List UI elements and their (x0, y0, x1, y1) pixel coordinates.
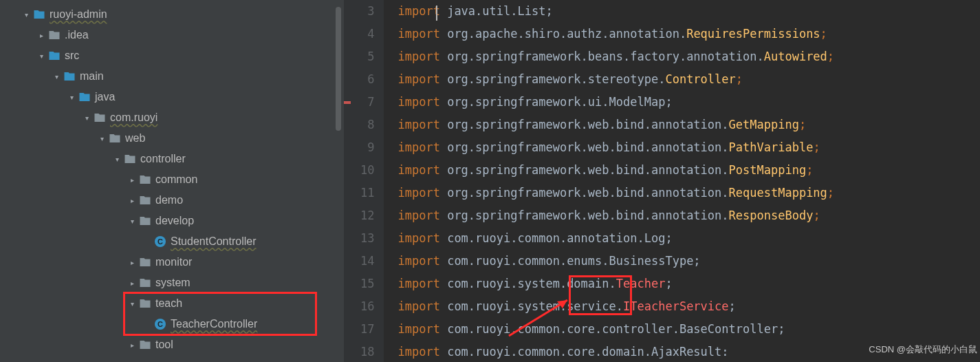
tree-folder[interactable]: ▸common (0, 169, 344, 190)
code-line[interactable]: import com.ruoyi.common.enums.BusinessTy… (398, 250, 834, 273)
code-line[interactable]: import org.springframework.web.bind.anno… (398, 136, 834, 159)
line-number: 7 (360, 91, 374, 114)
chevron-down-icon[interactable]: ▾ (21, 11, 32, 19)
token: Autowired (764, 50, 827, 63)
line-number: 13 (360, 227, 374, 250)
folder-icon (139, 215, 151, 227)
token: ResponseBody (729, 209, 814, 222)
code-line[interactable]: import org.springframework.web.bind.anno… (398, 182, 834, 204)
tree-folder[interactable]: ▾develop (0, 211, 344, 231)
scrollbar[interactable] (336, 7, 341, 131)
tree-label: web (125, 132, 145, 145)
token: ; (806, 163, 813, 177)
tree-folder[interactable]: ▾ruoyi-admin (0, 4, 344, 25)
token: import (398, 277, 439, 290)
chevron-down-icon[interactable]: ▾ (111, 156, 122, 163)
code-line[interactable]: import org.springframework.web.bind.anno… (398, 159, 834, 182)
line-number: 3 (360, 0, 374, 23)
code-line[interactable]: import com.ruoyi.system.domain.Teacher; (398, 273, 834, 295)
token: org.springframework.web.bind.annotation. (440, 163, 729, 177)
token: GetMapping (729, 118, 799, 131)
tree-folder[interactable]: ▾main (0, 66, 344, 87)
code-line[interactable]: import org.springframework.stereotype.Co… (398, 68, 834, 91)
token: import (398, 50, 439, 63)
token: com.ruoyi.system.domain. (440, 277, 616, 290)
class-icon: C (154, 235, 166, 248)
tree-label: tool (155, 339, 173, 351)
token: org.springframework.web.bind.annotation. (440, 209, 729, 222)
token: com.ruoyi.common.core.controller.BaseCon… (440, 322, 785, 336)
chevron-down-icon[interactable]: ▾ (36, 52, 47, 60)
code-content[interactable]: import java.util.List;import org.apache.… (384, 0, 834, 362)
line-number: 12 (360, 204, 374, 227)
line-number: 16 (360, 295, 374, 318)
chevron-down-icon[interactable]: ▾ (81, 114, 92, 122)
chevron-down-icon[interactable]: ▾ (66, 94, 77, 101)
caret (436, 6, 437, 21)
code-line[interactable]: import com.ruoyi.common.core.domain.Ajax… (398, 341, 834, 362)
code-line[interactable]: import com.ruoyi.common.core.controller.… (398, 318, 834, 341)
chevron-right-icon[interactable]: ▸ (127, 341, 138, 349)
code-line[interactable]: import com.ruoyi.common.annotation.Log; (398, 227, 834, 250)
tree-label: controller (140, 153, 186, 165)
folder-icon (78, 91, 91, 103)
code-line[interactable]: import org.springframework.web.bind.anno… (398, 204, 834, 227)
chevron-right-icon[interactable]: ▸ (127, 259, 138, 266)
code-line[interactable]: import org.springframework.ui.ModelMap; (398, 91, 834, 114)
line-number: 9 (360, 136, 374, 159)
code-line[interactable]: import java.util.List; (398, 0, 834, 23)
line-number: 17 (360, 318, 374, 341)
chevron-right-icon[interactable]: ▸ (127, 176, 138, 184)
chevron-right-icon[interactable]: ▸ (36, 32, 47, 39)
token: import (398, 209, 439, 222)
tree-folder[interactable]: ▸tool (0, 334, 344, 355)
tree-folder[interactable]: ▾controller (0, 149, 344, 169)
token: import (398, 140, 439, 154)
chevron-right-icon[interactable]: ▸ (127, 197, 138, 204)
code-line[interactable]: import org.springframework.web.bind.anno… (398, 114, 834, 136)
token: ; (813, 209, 820, 222)
project-tree[interactable]: ▾ruoyi-admin▸.idea▾src▾main▾java▾com.ruo… (0, 0, 344, 362)
tree-label: .idea (65, 29, 89, 41)
token: ; (736, 72, 743, 86)
code-line[interactable]: import org.springframework.beans.factory… (398, 45, 834, 68)
token: com.ruoyi.system.service. (440, 299, 623, 313)
tree-file[interactable]: CStudentController (0, 231, 344, 252)
tree-label: src (65, 50, 79, 62)
token: import (398, 27, 439, 41)
chevron-down-icon[interactable]: ▾ (127, 217, 138, 225)
chevron-right-icon[interactable]: ▸ (127, 279, 138, 287)
token: import (398, 322, 439, 336)
token: ; (820, 27, 827, 41)
tree-label: develop (155, 215, 194, 227)
token: org.springframework.ui.ModelMap; (440, 95, 673, 109)
token: org.springframework.stereotype. (440, 72, 666, 86)
chevron-down-icon[interactable]: ▾ (96, 135, 107, 142)
token: import (398, 118, 439, 131)
tree-folder[interactable]: ▾src (0, 45, 344, 66)
token: RequiresPermissions (686, 27, 820, 41)
token: org.springframework.beans.factory.annota… (440, 50, 764, 63)
tree-folder[interactable]: ▸demo (0, 190, 344, 211)
tree-folder[interactable]: ▾com.ruoyi (0, 107, 344, 128)
folder-icon (48, 29, 61, 41)
code-line[interactable]: import org.apache.shiro.authz.annotation… (398, 23, 834, 45)
token: com.ruoyi.common.enums.BusinessType; (440, 254, 701, 268)
token: import (398, 163, 439, 177)
tree-folder[interactable]: ▾web (0, 128, 344, 149)
tree-folder[interactable]: ▾java (0, 87, 344, 107)
line-number: 8 (360, 114, 374, 136)
line-number: 6 (360, 68, 374, 91)
tree-label: StudentController (171, 235, 257, 248)
tree-folder[interactable]: ▸system (0, 273, 344, 293)
token: ; (729, 299, 736, 313)
token: ; (827, 186, 834, 200)
tree-folder[interactable]: ▸.idea (0, 25, 344, 45)
chevron-down-icon[interactable]: ▾ (51, 73, 62, 81)
tree-label: com.ruoyi (110, 111, 157, 124)
tree-folder[interactable]: ▸monitor (0, 252, 344, 273)
code-editor[interactable]: 3456789101112131415161718 import java.ut… (344, 0, 980, 362)
line-number: 4 (360, 23, 374, 45)
code-line[interactable]: import com.ruoyi.system.service.ITeacher… (398, 295, 834, 318)
tree-label: system (155, 277, 190, 289)
